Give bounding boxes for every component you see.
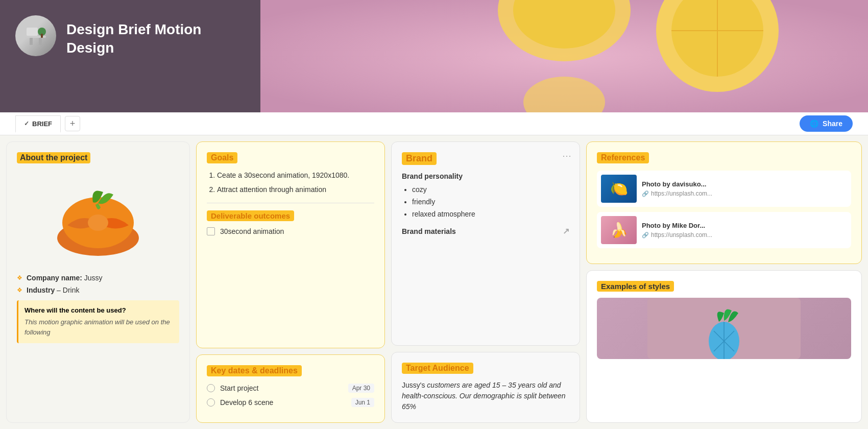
company-name-row: ❖ Company name: Jussy (17, 274, 179, 282)
company-info: ❖ Company name: Jussy ❖ Industry – Drink (17, 274, 179, 294)
external-link-icon: ↗ (563, 226, 569, 236)
deliverable-checkbox[interactable] (207, 227, 215, 235)
ref-link-2: https://unsplash.com... (651, 231, 712, 239)
brand-title: Brand (402, 152, 437, 165)
date-row-2: Develop 6 scene Jun 1 (207, 398, 374, 407)
trait-2: friendly (412, 198, 569, 206)
info-box-text: This motion graphic animation will be us… (25, 317, 173, 337)
target-text: Jussy's customers are aged 15 – 35 years… (402, 380, 569, 412)
date-badge-2: Jun 1 (351, 398, 374, 407)
brand-card: ⋯ Brand Brand personality cozy friendly … (391, 141, 580, 346)
ref-title-2: Photo by Mike Dor... (642, 222, 847, 229)
globe-icon: 🌐 (810, 120, 818, 128)
industry-value: Drink (63, 286, 80, 294)
share-label: Share (823, 120, 842, 128)
goals-title: Goals (207, 152, 237, 163)
brand-column: ⋯ Brand Brand personality cozy friendly … (391, 141, 580, 423)
link-icon-2: 🔗 (642, 232, 649, 239)
link-icon-1: 🔗 (642, 190, 649, 197)
about-card: About the project ❖ Company name: Jussy (6, 141, 190, 423)
brand-materials-row[interactable]: Brand materials ↗ (402, 226, 569, 236)
ref-link-row-2: 🔗 https://unsplash.com... (642, 231, 847, 239)
svg-point-16 (88, 214, 108, 231)
styles-title: Examples of styles (597, 281, 674, 292)
tab-brief-label: BRIEF (32, 120, 52, 128)
tab-brief[interactable]: ✓ BRIEF (15, 115, 61, 133)
ref-link-row-1: 🔗 https://unsplash.com... (642, 190, 847, 197)
header-background (260, 0, 868, 112)
info-box: Where will the content be used? This mot… (17, 300, 179, 343)
diamond-icon-2: ❖ (17, 287, 22, 294)
svg-rect-5 (41, 34, 43, 38)
ref-thumb-2: 🍌 (601, 216, 637, 244)
goals-card: Goals Ceate a 30second animation, 1920x1… (196, 141, 385, 348)
share-button[interactable]: 🌐 Share (800, 115, 853, 132)
info-box-title: Where will the content be used? (25, 306, 173, 314)
styles-image (597, 298, 851, 359)
date-radio-2[interactable] (207, 398, 215, 407)
target-card: Target Audience Jussy's customers are ag… (391, 352, 580, 423)
goal-item-1: Ceate a 30second animation, 1920x1080. (217, 171, 374, 181)
brand-personality-title: Brand personality (402, 172, 569, 180)
about-title: About the project (17, 152, 90, 163)
about-column: About the project ❖ Company name: Jussy (6, 141, 190, 423)
ref-info-2: Photo by Mike Dor... 🔗 https://unsplash.… (642, 222, 847, 239)
deliverable-title: Deliverable outcomes (207, 210, 294, 221)
trait-1: cozy (412, 185, 569, 194)
company-value: Jussy (84, 274, 103, 282)
ref-image-1: 🍋 (601, 175, 637, 203)
references-title: References (597, 152, 649, 163)
header: Design Brief Motion Design (0, 0, 868, 112)
target-title: Target Audience (402, 363, 473, 374)
deliverable-item-row: 30second animation (207, 227, 374, 235)
deliverable-item-label: 30second animation (220, 227, 284, 235)
diamond-icon-1: ❖ (17, 274, 22, 281)
brand-materials-label: Brand materials (402, 227, 456, 235)
header-left: Design Brief Motion Design (0, 0, 260, 112)
ref-thumb-1: 🍋 (601, 175, 637, 203)
goals-list: Ceate a 30second animation, 1920x1080. A… (207, 171, 374, 195)
industry-label: Industry (27, 286, 55, 294)
references-card: References 🍋 Photo by davisuko... 🔗 http… (586, 141, 862, 264)
reference-item-1[interactable]: 🍋 Photo by davisuko... 🔗 https://unsplas… (597, 171, 851, 207)
date-radio-1[interactable] (207, 384, 215, 392)
references-column: References 🍋 Photo by davisuko... 🔗 http… (586, 141, 862, 423)
fruit-logo (47, 172, 149, 264)
styles-card: Examples of styles (586, 270, 862, 423)
ref-link-1: https://unsplash.com... (651, 190, 712, 197)
add-tab-button[interactable]: + (65, 116, 80, 131)
company-label: Company name: (27, 274, 82, 282)
goal-item-2: Attract attention through animation (217, 185, 374, 195)
reference-item-2[interactable]: 🍌 Photo by Mike Dor... 🔗 https://unsplas… (597, 212, 851, 248)
dates-title: Key dates & deadlines (207, 365, 302, 376)
date-label-2: Develop 6 scene (220, 398, 273, 407)
ref-image-2: 🍌 (601, 216, 637, 244)
trait-3: relaxed atmosphere (412, 210, 569, 218)
industry-row: ❖ Industry – Drink (17, 286, 179, 294)
page-title: Design Brief Motion Design (66, 20, 245, 58)
ref-info-1: Photo by davisuko... 🔗 https://unsplash.… (642, 180, 847, 197)
svg-rect-1 (30, 38, 33, 45)
date-label-1: Start project (220, 384, 258, 392)
date-badge-1: Apr 30 (348, 384, 374, 393)
svg-rect-2 (39, 38, 42, 45)
date-row-1: Start project Apr 30 (207, 384, 374, 393)
more-options-icon[interactable]: ⋯ (562, 150, 571, 161)
tab-check-icon: ✓ (24, 120, 29, 127)
dates-card: Key dates & deadlines Start project Apr … (196, 354, 385, 423)
ref-title-1: Photo by davisuko... (642, 180, 847, 188)
main-content: About the project ❖ Company name: Jussy (0, 135, 868, 429)
logo-avatar (15, 15, 56, 56)
tab-bar: ✓ BRIEF + 🌐 Share (0, 112, 868, 135)
svg-rect-3 (27, 28, 38, 36)
brand-traits-list: cozy friendly relaxed atmosphere (402, 185, 569, 218)
logo-image (15, 15, 56, 56)
goals-column: Goals Ceate a 30second animation, 1920x1… (196, 141, 385, 423)
